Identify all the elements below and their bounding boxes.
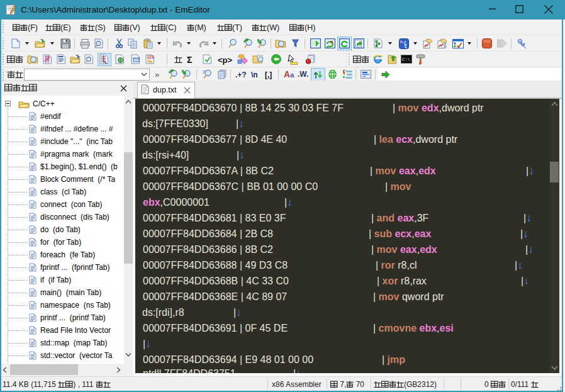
svg-text:C:\: C:\ <box>402 57 410 62</box>
svg-text:123: 123 <box>147 55 154 59</box>
